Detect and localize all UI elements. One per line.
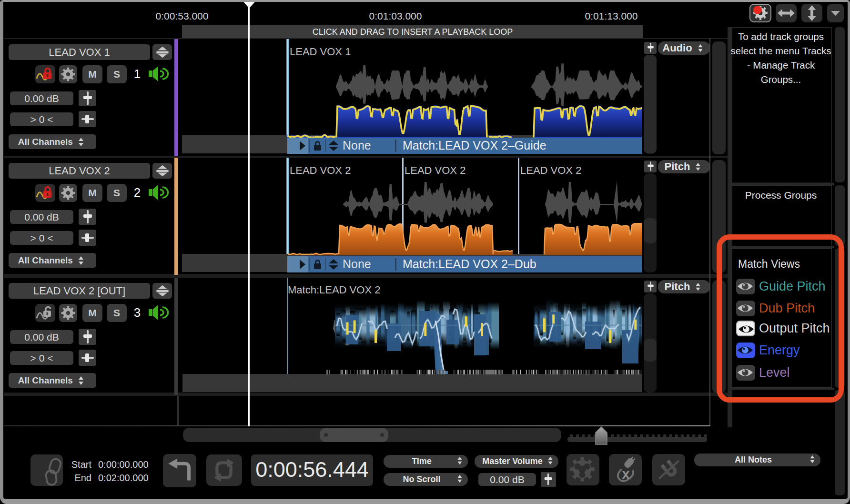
svg-text:x: x [622, 466, 629, 482]
